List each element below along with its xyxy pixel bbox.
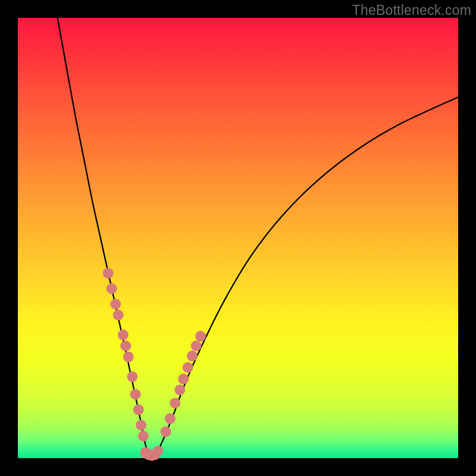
plot-area [18, 18, 458, 458]
marker-dot [187, 350, 198, 361]
marker-dot [138, 431, 149, 441]
marker-dot [161, 427, 171, 437]
marker-dot [191, 340, 202, 351]
marker-dot [183, 362, 193, 373]
marker-dot [178, 374, 189, 384]
bottleneck-curve [58, 18, 458, 457]
marker-dot [165, 413, 176, 424]
marker-dot [110, 299, 121, 309]
marker-dot [174, 384, 185, 395]
marker-dot [127, 371, 137, 382]
marker-dot [130, 389, 141, 400]
marker-dot [107, 283, 117, 294]
marker-dot [170, 398, 180, 409]
marker-dot [118, 330, 129, 340]
watermark-text: TheBottleneck.com [352, 2, 471, 18]
marker-dot [120, 340, 131, 351]
chart-frame: TheBottleneck.com [0, 0, 476, 476]
marker-dot [113, 310, 124, 321]
marker-dot [195, 331, 206, 342]
chart-svg [18, 18, 458, 458]
marker-dot [123, 352, 134, 362]
marker-dot [133, 405, 144, 415]
marker-dot [136, 420, 146, 431]
markers-group [103, 268, 206, 461]
marker-dot [103, 268, 114, 278]
marker-dot [152, 446, 163, 456]
